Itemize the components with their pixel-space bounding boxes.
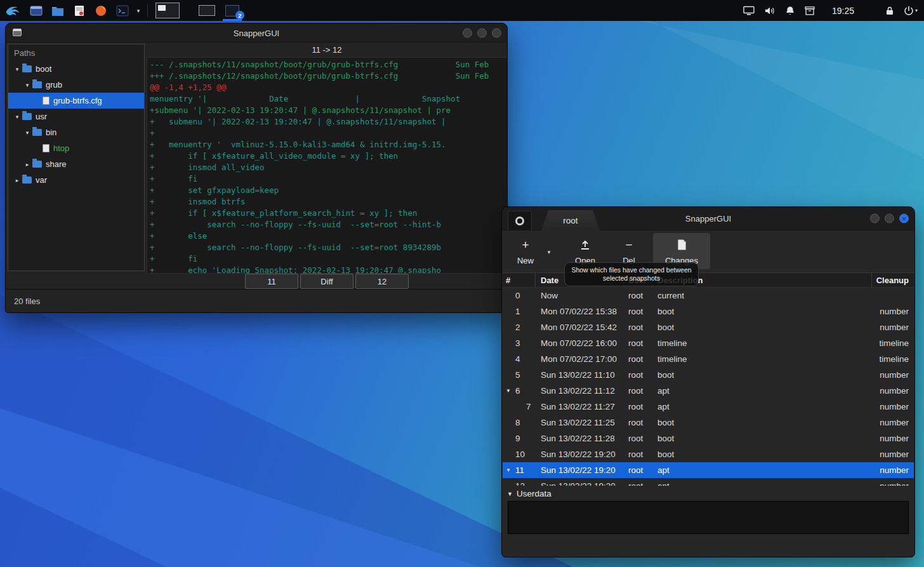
snapshot-left-button[interactable]: 11: [245, 274, 298, 289]
table-row-snapshot-2[interactable]: 2Mon 07/02/22 15:42rootbootnumber: [503, 319, 914, 335]
snapshot-date: Sun 13/02/22 11:10: [536, 367, 624, 383]
volume-icon[interactable]: [764, 6, 776, 16]
snapshot-cleanup: timeline: [872, 335, 914, 351]
lock-icon[interactable]: [885, 6, 894, 16]
window-manager-icon[interactable]: [25, 0, 47, 21]
snapshot-date: Mon 07/02/22 15:42: [536, 319, 624, 335]
power-icon[interactable]: ▾: [904, 6, 918, 16]
package-updates-icon[interactable]: [805, 6, 815, 16]
userdata-panel[interactable]: [508, 501, 909, 534]
snapshot-number: 3: [515, 338, 520, 348]
expander-icon[interactable]: ▼: [506, 467, 515, 473]
table-row-snapshot-11[interactable]: ▼11Sun 13/02/22 19:20rootaptnumber: [503, 462, 914, 478]
diff-button[interactable]: Diff: [300, 274, 353, 289]
table-row-snapshot-0[interactable]: 0Nowrootcurrent: [503, 288, 914, 304]
table-row-snapshot-7[interactable]: 7Sun 13/02/22 11:27rootaptnumber: [503, 399, 914, 415]
snapper-lens-icon: [515, 217, 524, 225]
snapshot-number: 0: [515, 291, 520, 300]
clock[interactable]: 19:25: [832, 6, 854, 16]
table-row-snapshot-4[interactable]: 4Mon 07/02/22 17:00roottimelinetimeline: [503, 351, 914, 367]
chevron-right-icon[interactable]: ▸: [12, 177, 22, 183]
taskbar-group-button[interactable]: 2: [221, 0, 243, 21]
chevron-down-icon[interactable]: ▾: [12, 66, 22, 72]
table-row-snapshot-3[interactable]: 3Mon 07/02/22 16:00roottimelinetimeline: [503, 335, 914, 351]
minimize-button[interactable]: [870, 214, 880, 223]
column-header-cleanup[interactable]: Cleanup: [872, 273, 914, 287]
tree-item-htop[interactable]: htop: [8, 140, 144, 156]
chevron-down-icon[interactable]: ▾: [22, 130, 32, 136]
tree-item-boot[interactable]: ▾boot: [8, 61, 144, 77]
new-dropdown-arrow[interactable]: ▾: [541, 246, 557, 258]
expander-icon[interactable]: ▼: [506, 388, 515, 394]
snapshot-user: root: [624, 415, 652, 430]
snapshot-user: root: [624, 367, 652, 383]
folder-icon: [22, 177, 32, 183]
snapshot-number-cell: 7: [503, 399, 536, 415]
userdata-expander[interactable]: ▼ Userdata: [507, 489, 551, 498]
column-header-number[interactable]: #: [503, 273, 536, 287]
table-row-snapshot-6[interactable]: ▼6Sun 13/02/22 11:12rootaptnumber: [503, 383, 914, 399]
upload-icon: [579, 237, 591, 252]
snapshot-date: Sun 13/02/22 19:20: [536, 446, 624, 462]
snapshot-table-body[interactable]: 0Nowrootcurrent1Mon 07/02/22 15:38rootbo…: [503, 288, 914, 486]
text-editor-icon[interactable]: [69, 0, 90, 21]
terminal-icon[interactable]: [112, 0, 133, 21]
main-window-titlebar[interactable]: root SnapperGUI ✕: [502, 207, 914, 230]
snapshot-description: boot: [652, 367, 872, 383]
file-icon: [43, 97, 50, 105]
tree-item-grub-btrfs.cfg[interactable]: grub-btrfs.cfg: [8, 93, 144, 109]
window-preview: [158, 5, 166, 11]
table-row-snapshot-12[interactable]: 12Sun 13/02/22 19:20rootaptnumber: [503, 478, 914, 486]
diff-line: +++ /.snapshots/12/snapshot/boot/grub/gr…: [150, 70, 507, 82]
notifications-bell-icon[interactable]: [785, 6, 795, 16]
diff-line: + set gfxpayload=keep: [150, 185, 507, 196]
minimize-button[interactable]: [463, 28, 472, 37]
snapshot-date: Now: [536, 288, 624, 304]
tree-item-label: htop: [53, 143, 69, 153]
folder-icon: [32, 81, 42, 88]
diff-range-label: 11 -> 12: [147, 43, 507, 57]
close-button[interactable]: ✕: [899, 214, 909, 223]
diff-window-titlebar[interactable]: SnapperGUI: [6, 23, 507, 43]
diff-line: menuentry '| Date | Snapshot |: [150, 93, 507, 105]
tree-item-bin[interactable]: ▾bin: [8, 124, 144, 140]
window-controls: ✕: [870, 214, 909, 223]
folder-icon: [32, 129, 42, 136]
tree-item-grub[interactable]: ▾grub: [8, 77, 144, 93]
table-row-snapshot-1[interactable]: 1Mon 07/02/22 15:38rootbootnumber: [503, 304, 914, 319]
maximize-button[interactable]: [885, 214, 894, 223]
snapshot-cleanup: number: [872, 367, 914, 383]
chevron-down-icon[interactable]: ▾: [12, 114, 22, 120]
table-row-snapshot-9[interactable]: 9Sun 13/02/22 11:28rootbootnumber: [503, 430, 914, 446]
tree-item-usr[interactable]: ▾usr: [8, 109, 144, 124]
snapshot-number-cell: 3: [503, 335, 536, 351]
snapshot-date: Sun 13/02/22 19:20: [536, 462, 624, 478]
snapshot-right-button[interactable]: 12: [355, 274, 409, 289]
new-snapshot-button[interactable]: + New: [511, 233, 540, 269]
diff-line: + insmod btrfs: [150, 196, 507, 208]
table-row-snapshot-8[interactable]: 8Sun 13/02/22 11:25rootbootnumber: [503, 415, 914, 430]
tree-item-share[interactable]: ▸share: [8, 156, 144, 172]
display-icon[interactable]: [743, 6, 755, 16]
table-row-snapshot-10[interactable]: 10Sun 13/02/22 19:20rootbootnumber: [503, 446, 914, 462]
taskbar-window-thumbnail-2[interactable]: [199, 5, 215, 16]
chevron-down-icon: ▼: [507, 491, 513, 497]
table-row-snapshot-5[interactable]: 5Sun 13/02/22 11:10rootbootnumber: [503, 367, 914, 383]
app-icon[interactable]: [508, 211, 532, 230]
diff-window-title: SnapperGUI: [234, 28, 279, 37]
maximize-button[interactable]: [477, 28, 487, 37]
close-button[interactable]: [492, 28, 501, 37]
file-manager-icon[interactable]: [47, 0, 69, 21]
taskbar-window-thumbnail-1[interactable]: [155, 3, 180, 18]
tree-item-label: grub-btrfs.cfg: [53, 96, 102, 105]
snapshot-cleanup: number: [872, 319, 914, 335]
diff-text[interactable]: --- /.snapshots/11/snapshot/boot/grub/gr…: [147, 57, 507, 274]
firefox-icon[interactable]: [90, 0, 112, 21]
chevron-down-icon[interactable]: ▾: [133, 8, 143, 14]
chevron-right-icon[interactable]: ▸: [22, 161, 32, 168]
tab-root[interactable]: root: [541, 210, 600, 230]
panel-left-group: ▾ 2: [0, 0, 243, 21]
tree-item-var[interactable]: ▸var: [8, 172, 144, 188]
chevron-down-icon[interactable]: ▾: [22, 82, 32, 88]
kali-menu-icon[interactable]: [0, 0, 25, 21]
